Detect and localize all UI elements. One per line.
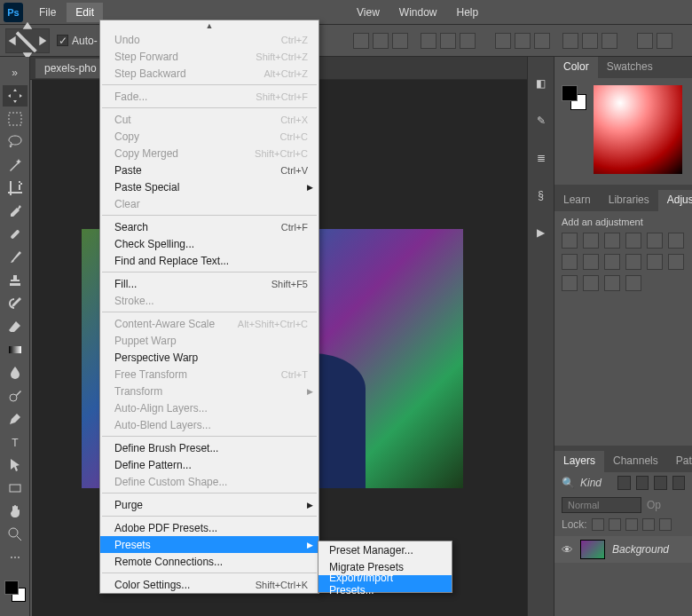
photo-filter-icon[interactable]: [604, 254, 620, 270]
tool-hand[interactable]: [3, 501, 28, 522]
align-left-icon[interactable]: [421, 33, 436, 49]
hue-sat-icon[interactable]: [668, 233, 684, 249]
blend-mode-select[interactable]: Normal: [562, 497, 641, 513]
tool-move[interactable]: [3, 85, 28, 107]
tool-preset-picker[interactable]: [5, 28, 50, 53]
layer-kind-filter[interactable]: [580, 477, 612, 489]
tab-libraries[interactable]: Libraries: [600, 190, 658, 211]
exposure-icon[interactable]: [625, 233, 641, 249]
filter-shape-icon[interactable]: [672, 476, 686, 490]
tool-lasso[interactable]: [3, 131, 28, 153]
filter-type-icon[interactable]: [654, 476, 667, 490]
layer-row-background[interactable]: 👁 Background: [554, 536, 692, 563]
selective-color-icon[interactable]: [625, 275, 641, 291]
menu-item-find-and-replace-text[interactable]: Find and Replace Text...: [100, 252, 318, 269]
tool-eyedropper[interactable]: [3, 201, 28, 222]
tool-healing[interactable]: [3, 224, 28, 245]
menu-item-perspective-warp[interactable]: Perspective Warp: [100, 349, 318, 366]
lock-all-icon[interactable]: [659, 518, 672, 531]
distribute-left-icon[interactable]: [562, 33, 578, 49]
threshold-icon[interactable]: [583, 275, 599, 291]
color-picker-field[interactable]: [594, 85, 682, 174]
filter-pixel-icon[interactable]: [617, 476, 631, 490]
distribute-right-icon[interactable]: [602, 33, 617, 49]
menu-item-presets[interactable]: Presets▶: [100, 536, 318, 553]
menu-item-color-settings[interactable]: Color Settings...Shift+Ctrl+K: [100, 576, 318, 593]
menu-item-purge[interactable]: Purge▶: [100, 496, 318, 513]
more-options-icon[interactable]: [637, 33, 653, 49]
bw-icon[interactable]: [583, 254, 599, 270]
menu-edit[interactable]: Edit: [67, 3, 103, 22]
curves-icon[interactable]: [604, 233, 620, 249]
properties-panel-icon[interactable]: §: [532, 186, 550, 204]
tab-channels[interactable]: Channels: [604, 451, 667, 472]
tab-layers[interactable]: Layers: [554, 451, 604, 472]
tool-gradient[interactable]: [3, 339, 28, 360]
menu-window[interactable]: Window: [390, 3, 446, 22]
color-swatch-pair[interactable]: [562, 85, 586, 110]
lock-position-icon[interactable]: [625, 518, 638, 531]
tool-marquee[interactable]: [3, 108, 28, 130]
tool-zoom[interactable]: [3, 524, 28, 545]
tool-type[interactable]: T: [3, 431, 28, 453]
vibrance-icon[interactable]: [647, 233, 663, 249]
posterize-icon[interactable]: [562, 275, 578, 291]
info-panel-icon[interactable]: ≣: [532, 149, 550, 167]
align-bottom-icon[interactable]: [392, 33, 408, 49]
align-hcenter-icon[interactable]: [440, 33, 456, 49]
tool-crop[interactable]: [3, 178, 28, 199]
menu-item-search[interactable]: SearchCtrl+F: [100, 218, 318, 235]
lock-pixels-icon[interactable]: [609, 518, 621, 531]
tab-learn[interactable]: Learn: [554, 190, 600, 211]
tool-blur[interactable]: [3, 362, 28, 383]
tool-dodge[interactable]: [3, 385, 28, 407]
distribute-top-icon[interactable]: [495, 33, 511, 49]
menu-scroll-up-icon[interactable]: ▲: [100, 20, 318, 31]
menu-item-paste-special[interactable]: Paste Special▶: [100, 178, 318, 195]
tool-brush[interactable]: [3, 247, 28, 268]
history-panel-icon[interactable]: ◧: [532, 75, 550, 92]
auto-select-checkbox[interactable]: ✓ Auto-: [57, 35, 98, 47]
submenu-item-export-import-presets[interactable]: Export/Import Presets...: [318, 575, 452, 592]
menu-item-paste[interactable]: PasteCtrl+V: [100, 162, 318, 178]
channel-mixer-icon[interactable]: [625, 254, 641, 270]
tool-eraser[interactable]: [3, 316, 28, 337]
menu-item-adobe-pdf-presets[interactable]: Adobe PDF Presets...: [100, 519, 318, 536]
document-tab[interactable]: pexels-pho: [35, 59, 106, 78]
tab-adjustments[interactable]: Adjust: [658, 190, 692, 211]
play-actions-icon[interactable]: ▶: [532, 224, 550, 241]
align-top-icon[interactable]: [353, 33, 369, 49]
layer-thumbnail[interactable]: [580, 540, 605, 559]
menu-item-define-brush-preset[interactable]: Define Brush Preset...: [100, 439, 318, 456]
collapse-toolbox-handle[interactable]: »: [3, 62, 28, 83]
tool-history-brush[interactable]: [3, 293, 28, 314]
tool-pen[interactable]: [3, 408, 28, 430]
menu-item-check-spelling[interactable]: Check Spelling...: [100, 235, 318, 252]
color-lookup-icon[interactable]: [647, 254, 663, 270]
layer-visibility-icon[interactable]: 👁: [562, 543, 573, 557]
levels-icon[interactable]: [583, 233, 599, 249]
distribute-hcenter-icon[interactable]: [582, 33, 598, 49]
align-vcenter-icon[interactable]: [373, 33, 389, 49]
tool-extras[interactable]: ⋯: [3, 547, 28, 568]
brightness-contrast-icon[interactable]: [562, 233, 578, 249]
invert-icon[interactable]: [668, 254, 684, 270]
lock-transparency-icon[interactable]: [592, 518, 604, 531]
submenu-item-preset-manager[interactable]: Preset Manager...: [318, 541, 452, 558]
menu-view[interactable]: View: [348, 3, 389, 22]
tab-color[interactable]: Color: [554, 57, 598, 78]
color-fg-swatch[interactable]: [562, 85, 578, 101]
tab-swatches[interactable]: Swatches: [598, 57, 662, 78]
menu-item-define-pattern[interactable]: Define Pattern...: [100, 456, 318, 473]
foreground-color-swatch[interactable]: [4, 580, 19, 595]
align-right-icon[interactable]: [460, 33, 476, 49]
tool-path-select[interactable]: [3, 454, 28, 476]
gradient-map-icon[interactable]: [604, 275, 620, 291]
menu-item-fill[interactable]: Fill...Shift+F5: [100, 275, 318, 292]
color-balance-icon[interactable]: [562, 254, 578, 270]
tool-clone[interactable]: [3, 270, 28, 291]
3d-mode-icon[interactable]: [657, 33, 672, 49]
distribute-vcenter-icon[interactable]: [515, 33, 531, 49]
menu-item-remote-connections[interactable]: Remote Connections...: [100, 553, 318, 570]
tool-rectangle[interactable]: [3, 478, 28, 499]
